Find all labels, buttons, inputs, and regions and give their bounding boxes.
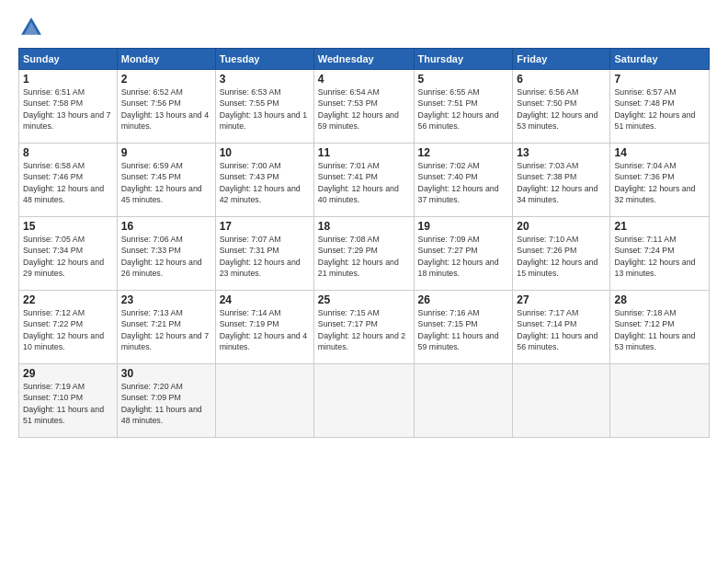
day-info: Sunrise: 7:08 AMSunset: 7:29 PMDaylight:… xyxy=(318,235,399,278)
day-info: Sunrise: 7:18 AMSunset: 7:12 PMDaylight:… xyxy=(614,308,695,351)
calendar-body: 1 Sunrise: 6:51 AMSunset: 7:58 PMDayligh… xyxy=(19,70,710,438)
day-info: Sunrise: 6:55 AMSunset: 7:51 PMDaylight:… xyxy=(418,87,499,131)
day-info: Sunrise: 6:52 AMSunset: 7:56 PMDaylight:… xyxy=(121,87,209,131)
calendar-cell: 8 Sunrise: 6:58 AMSunset: 7:46 PMDayligh… xyxy=(19,144,118,217)
day-info: Sunrise: 7:17 AMSunset: 7:14 PMDaylight:… xyxy=(517,308,597,351)
calendar-cell xyxy=(215,364,313,438)
day-info: Sunrise: 7:20 AMSunset: 7:09 PMDaylight:… xyxy=(121,382,202,425)
calendar-cell: 26 Sunrise: 7:16 AMSunset: 7:15 PMDaylig… xyxy=(414,291,513,364)
calendar-cell: 20 Sunrise: 7:10 AMSunset: 7:26 PMDaylig… xyxy=(513,217,610,291)
calendar-cell: 23 Sunrise: 7:13 AMSunset: 7:21 PMDaylig… xyxy=(117,291,215,364)
day-info: Sunrise: 7:00 AMSunset: 7:43 PMDaylight:… xyxy=(220,161,301,204)
day-number: 7 xyxy=(614,73,705,86)
calendar-cell: 17 Sunrise: 7:07 AMSunset: 7:31 PMDaylig… xyxy=(215,217,313,291)
calendar-week-2: 8 Sunrise: 6:58 AMSunset: 7:46 PMDayligh… xyxy=(19,144,710,217)
day-info: Sunrise: 7:12 AMSunset: 7:22 PMDaylight:… xyxy=(23,308,104,351)
day-number: 15 xyxy=(23,220,113,233)
day-number: 16 xyxy=(121,220,211,233)
day-info: Sunrise: 7:13 AMSunset: 7:21 PMDaylight:… xyxy=(121,308,209,351)
day-number: 29 xyxy=(23,367,113,380)
calendar-cell: 11 Sunrise: 7:01 AMSunset: 7:41 PMDaylig… xyxy=(313,144,414,217)
day-header-friday: Friday xyxy=(513,49,610,70)
day-info: Sunrise: 7:03 AMSunset: 7:38 PMDaylight:… xyxy=(517,161,597,204)
calendar-cell: 27 Sunrise: 7:17 AMSunset: 7:14 PMDaylig… xyxy=(513,291,610,364)
calendar-cell: 3 Sunrise: 6:53 AMSunset: 7:55 PMDayligh… xyxy=(215,70,313,144)
header xyxy=(18,15,710,40)
calendar-cell: 5 Sunrise: 6:55 AMSunset: 7:51 PMDayligh… xyxy=(414,70,513,144)
calendar-cell: 24 Sunrise: 7:14 AMSunset: 7:19 PMDaylig… xyxy=(215,291,313,364)
calendar-cell: 12 Sunrise: 7:02 AMSunset: 7:40 PMDaylig… xyxy=(414,144,513,217)
calendar-cell: 18 Sunrise: 7:08 AMSunset: 7:29 PMDaylig… xyxy=(313,217,414,291)
day-header-sunday: Sunday xyxy=(19,49,118,70)
day-number: 18 xyxy=(318,220,410,233)
day-number: 17 xyxy=(220,220,310,233)
logo xyxy=(18,15,48,40)
day-header-tuesday: Tuesday xyxy=(215,49,313,70)
day-info: Sunrise: 6:57 AMSunset: 7:48 PMDaylight:… xyxy=(614,87,695,131)
day-info: Sunrise: 7:15 AMSunset: 7:17 PMDaylight:… xyxy=(318,308,405,351)
day-number: 3 xyxy=(220,73,310,86)
day-number: 21 xyxy=(614,220,705,233)
calendar-cell: 13 Sunrise: 7:03 AMSunset: 7:38 PMDaylig… xyxy=(513,144,610,217)
day-number: 28 xyxy=(614,293,705,306)
calendar-week-1: 1 Sunrise: 6:51 AMSunset: 7:58 PMDayligh… xyxy=(19,70,710,144)
calendar-week-3: 15 Sunrise: 7:05 AMSunset: 7:34 PMDaylig… xyxy=(19,217,710,291)
day-number: 22 xyxy=(23,293,113,306)
day-info: Sunrise: 7:06 AMSunset: 7:33 PMDaylight:… xyxy=(121,235,202,278)
calendar-cell xyxy=(610,364,710,438)
logo-icon xyxy=(18,15,44,40)
day-number: 24 xyxy=(220,293,310,306)
calendar-cell xyxy=(313,364,414,438)
day-info: Sunrise: 7:07 AMSunset: 7:31 PMDaylight:… xyxy=(220,235,301,278)
day-number: 12 xyxy=(418,146,509,159)
header-row: SundayMondayTuesdayWednesdayThursdayFrid… xyxy=(19,49,710,70)
calendar-cell: 21 Sunrise: 7:11 AMSunset: 7:24 PMDaylig… xyxy=(610,217,710,291)
day-number: 14 xyxy=(614,146,705,159)
day-header-thursday: Thursday xyxy=(414,49,513,70)
day-number: 13 xyxy=(517,146,606,159)
calendar-cell: 19 Sunrise: 7:09 AMSunset: 7:27 PMDaylig… xyxy=(414,217,513,291)
day-info: Sunrise: 7:09 AMSunset: 7:27 PMDaylight:… xyxy=(418,235,499,278)
calendar-header: SundayMondayTuesdayWednesdayThursdayFrid… xyxy=(19,49,710,70)
day-number: 5 xyxy=(418,73,509,86)
day-number: 1 xyxy=(23,73,113,86)
day-info: Sunrise: 7:05 AMSunset: 7:34 PMDaylight:… xyxy=(23,235,104,278)
calendar-cell xyxy=(414,364,513,438)
calendar-cell: 15 Sunrise: 7:05 AMSunset: 7:34 PMDaylig… xyxy=(19,217,118,291)
day-info: Sunrise: 6:58 AMSunset: 7:46 PMDaylight:… xyxy=(23,161,104,204)
day-number: 11 xyxy=(318,146,410,159)
day-info: Sunrise: 6:56 AMSunset: 7:50 PMDaylight:… xyxy=(517,87,597,131)
calendar-cell: 9 Sunrise: 6:59 AMSunset: 7:45 PMDayligh… xyxy=(117,144,215,217)
calendar-cell: 2 Sunrise: 6:52 AMSunset: 7:56 PMDayligh… xyxy=(117,70,215,144)
day-info: Sunrise: 7:14 AMSunset: 7:19 PMDaylight:… xyxy=(220,308,307,351)
day-info: Sunrise: 7:01 AMSunset: 7:41 PMDaylight:… xyxy=(318,161,399,204)
day-number: 25 xyxy=(318,293,410,306)
day-number: 19 xyxy=(418,220,509,233)
day-info: Sunrise: 6:54 AMSunset: 7:53 PMDaylight:… xyxy=(318,87,399,131)
day-info: Sunrise: 7:04 AMSunset: 7:36 PMDaylight:… xyxy=(614,161,695,204)
page: SundayMondayTuesdayWednesdayThursdayFrid… xyxy=(0,0,728,563)
calendar-cell: 28 Sunrise: 7:18 AMSunset: 7:12 PMDaylig… xyxy=(610,291,710,364)
day-number: 9 xyxy=(121,146,211,159)
day-number: 2 xyxy=(121,73,211,86)
day-info: Sunrise: 6:59 AMSunset: 7:45 PMDaylight:… xyxy=(121,161,202,204)
calendar-cell: 4 Sunrise: 6:54 AMSunset: 7:53 PMDayligh… xyxy=(313,70,414,144)
day-number: 4 xyxy=(318,73,410,86)
day-info: Sunrise: 7:11 AMSunset: 7:24 PMDaylight:… xyxy=(614,235,695,278)
day-info: Sunrise: 7:10 AMSunset: 7:26 PMDaylight:… xyxy=(517,235,597,278)
calendar-cell: 29 Sunrise: 7:19 AMSunset: 7:10 PMDaylig… xyxy=(19,364,118,438)
calendar-week-5: 29 Sunrise: 7:19 AMSunset: 7:10 PMDaylig… xyxy=(19,364,710,438)
calendar-cell: 10 Sunrise: 7:00 AMSunset: 7:43 PMDaylig… xyxy=(215,144,313,217)
calendar-cell: 30 Sunrise: 7:20 AMSunset: 7:09 PMDaylig… xyxy=(117,364,215,438)
day-header-wednesday: Wednesday xyxy=(313,49,414,70)
day-header-saturday: Saturday xyxy=(610,49,710,70)
day-info: Sunrise: 7:19 AMSunset: 7:10 PMDaylight:… xyxy=(23,382,104,425)
day-number: 30 xyxy=(121,367,211,380)
day-number: 8 xyxy=(23,146,113,159)
calendar-cell: 25 Sunrise: 7:15 AMSunset: 7:17 PMDaylig… xyxy=(313,291,414,364)
day-number: 10 xyxy=(220,146,310,159)
day-info: Sunrise: 6:51 AMSunset: 7:58 PMDaylight:… xyxy=(23,87,110,131)
calendar-cell: 1 Sunrise: 6:51 AMSunset: 7:58 PMDayligh… xyxy=(19,70,118,144)
calendar-cell: 22 Sunrise: 7:12 AMSunset: 7:22 PMDaylig… xyxy=(19,291,118,364)
day-number: 6 xyxy=(517,73,606,86)
